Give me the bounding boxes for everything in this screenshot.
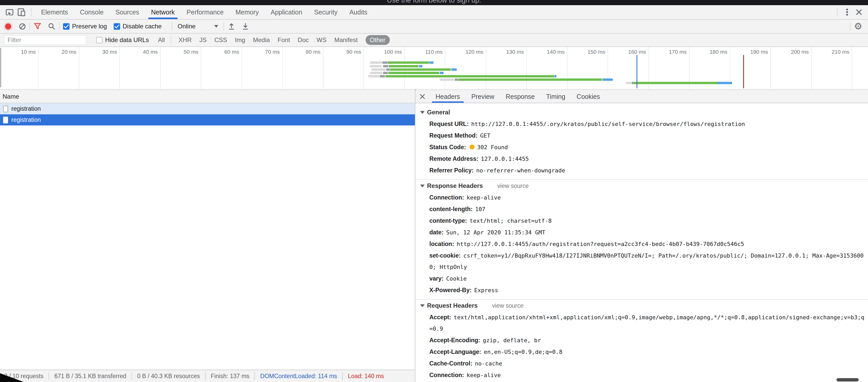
filter-type-other[interactable]: Other [366,35,390,45]
disable-cache-checkbox[interactable] [114,23,120,30]
tab-sources[interactable]: Sources [110,5,145,19]
separator [59,22,59,30]
request-headers-section-header[interactable]: Request Headers view source [420,300,865,312]
tab-elements[interactable]: Elements [35,5,74,19]
waterfall-segment [717,82,732,84]
tab-memory[interactable]: Memory [229,5,265,19]
request-row[interactable]: registration [0,103,415,114]
waterfall-segment [554,75,556,77]
disclosure-triangle-icon [420,184,425,187]
header-row: location:http://127.0.0.1:4455/auth/regi… [429,238,865,250]
hide-data-urls-checkbox[interactable] [96,37,102,43]
disclosure-triangle-icon [420,111,425,114]
requests-table-panel: Name registration registration 2 / 10 re… [0,90,415,382]
filter-type-js[interactable]: JS [199,36,207,44]
tab-security[interactable]: Security [308,5,343,19]
timeline-tick-label: 160 ms [607,49,646,55]
horizontal-scrollbar-thumb[interactable] [836,378,859,381]
record-network-log-icon[interactable] [5,24,11,29]
general-section-header[interactable]: General [420,106,865,118]
waterfall-segment [390,68,451,71]
filter-type-css[interactable]: CSS [214,36,227,44]
close-detail-icon[interactable] [415,90,430,103]
header-row: Accept:text/html,application/xhtml+xml,a… [429,312,865,335]
devtools-tabbar: ElementsConsoleSourcesNetworkPerformance… [0,5,868,20]
filter-type-media[interactable]: Media [253,36,270,44]
filter-funnel-icon[interactable] [34,23,41,30]
requests-table-empty-area [0,126,415,370]
panel-tabs: ElementsConsoleSourcesNetworkPerformance… [35,5,373,19]
export-har-icon[interactable] [242,23,249,30]
tab-cookies[interactable]: Cookies [571,90,606,103]
tab-performance[interactable]: Performance [181,5,229,19]
throttling-dropdown[interactable]: Online [178,23,218,30]
view-source-link[interactable]: view source [492,300,523,312]
separator [172,22,172,30]
header-row: Remote Address:127.0.0.1:4455 [429,153,865,165]
separator [29,22,30,30]
tab-preview[interactable]: Preview [466,90,500,103]
close-devtools-icon[interactable] [853,6,865,18]
name-column-header[interactable]: Name [0,90,415,103]
timeline-tick-label: 180 ms [689,49,727,55]
header-row: Request Method:GET [429,130,865,141]
tab-network[interactable]: Network [145,5,181,19]
response-header-rows: Connection:keep-alivecontent-length:107c… [429,192,865,296]
view-source-link[interactable]: view source [497,180,529,192]
search-icon[interactable] [48,23,55,30]
network-overview-waterfall[interactable]: 10 ms20 ms30 ms40 ms50 ms60 ms70 ms80 ms… [0,47,868,89]
clear-network-log-icon[interactable] [19,23,26,30]
timeline-tick-label: 190 ms [729,49,768,55]
preserve-log-checkbox[interactable] [63,23,69,30]
detail-tabbar: HeadersPreviewResponseTimingCookies [415,90,868,103]
header-row: Request URL:http://127.0.0.1:4455/.ory/k… [429,118,865,130]
filter-type-img[interactable]: Img [235,36,245,44]
inspect-element-icon[interactable] [4,6,16,18]
tab-audits[interactable]: Audits [343,5,373,19]
waterfall-segment [626,82,631,84]
overview-scrollbar[interactable] [0,48,1,87]
status-bar-item: 0 B / 40.3 KB resources [132,372,206,380]
devtools-window: Use the form below to sign up. ElementsC… [0,0,868,382]
filter-type-xhr[interactable]: XHR [179,36,192,44]
tab-headers[interactable]: Headers [430,90,466,103]
tab-timing[interactable]: Timing [540,90,571,103]
throttling-value: Online [178,23,195,30]
tab-response[interactable]: Response [500,90,540,103]
timeline-tick-label: 170 ms [648,49,687,55]
timeline-tick-label: 30 ms [78,49,117,55]
waterfall-segment [370,65,381,67]
waterfall-segment [370,62,382,64]
filter-type-font[interactable]: Font [278,36,290,44]
domcontentloaded-line [637,55,637,88]
device-toolbar-icon[interactable] [16,6,27,18]
status-bar-item: Finish: 137 ms [206,372,255,380]
network-toolbar: Preserve log Disable cache Online ⚙ [0,20,868,34]
response-headers-section-header[interactable]: Response Headers view source [420,180,865,192]
timeline-tick-label: 130 ms [485,49,524,55]
filter-type-ws[interactable]: WS [316,36,327,44]
timeline-tick-label: 150 ms [566,49,605,55]
filter-type-all[interactable]: All [158,36,165,44]
tab-application[interactable]: Application [265,5,308,19]
network-status-bar: 2 / 10 requests671 B / 35.1 KB transferr… [0,370,415,382]
filter-type-manifest[interactable]: Manifest [334,36,358,44]
header-row: vary:Cookie [429,273,865,284]
timeline-tick-label: 200 ms [770,49,809,55]
settings-gear-icon[interactable]: ⚙ [854,22,862,31]
timeline-tick-label: 110 ms [404,49,442,55]
waterfall-segment [380,75,385,77]
timeline-tick-label: 50 ms [160,49,198,55]
filter-type-doc[interactable]: Doc [298,36,309,44]
waterfall-segment [632,82,634,84]
separator [170,36,171,44]
import-har-icon[interactable] [227,23,235,30]
header-row: date:Sun, 12 Apr 2020 11:35:34 GMT [429,227,865,238]
tab-console[interactable]: Console [74,5,110,19]
waterfall-segment [389,65,418,67]
header-row: Referrer Policy:no-referrer-when-downgra… [429,165,865,176]
request-row-selected[interactable]: registration [0,114,415,126]
waterfall-segment [388,72,439,74]
filter-input[interactable] [4,35,86,45]
more-options-kebab-icon[interactable] [841,6,853,18]
